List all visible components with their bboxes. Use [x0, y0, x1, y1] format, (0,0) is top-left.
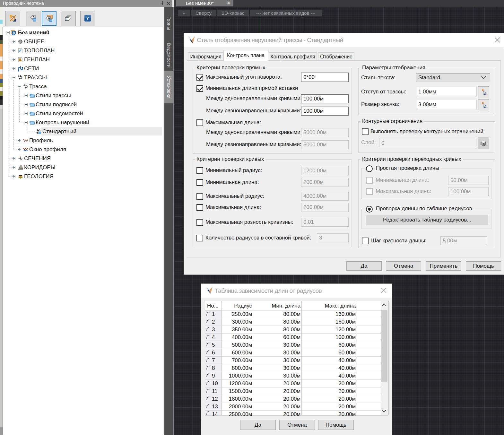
- svg-text:?: ?: [86, 16, 89, 21]
